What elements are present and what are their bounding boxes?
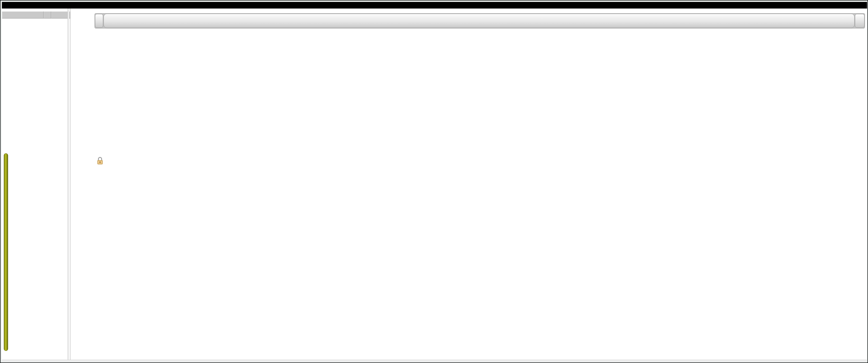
window-titlebar[interactable] bbox=[2, 2, 867, 8]
plot-area bbox=[71, 8, 867, 360]
bottom-waveform-canvas[interactable] bbox=[86, 154, 857, 352]
overview-thumb[interactable] bbox=[103, 14, 855, 28]
panel-left-scrollbar[interactable] bbox=[4, 153, 8, 351]
panel-right-scrollbar[interactable] bbox=[67, 8, 69, 360]
axis-lock-icon[interactable] bbox=[97, 157, 103, 165]
overview-scrollbar[interactable] bbox=[95, 13, 865, 28]
overview-canvas bbox=[109, 15, 853, 27]
scroll-right-button[interactable] bbox=[855, 14, 864, 28]
scroll-left-button[interactable] bbox=[95, 14, 103, 28]
window-bottom-bevel bbox=[2, 360, 867, 362]
top-waveform-canvas[interactable] bbox=[86, 28, 857, 150]
transient-response-window bbox=[0, 0, 868, 363]
signal-panel bbox=[2, 8, 70, 360]
column-header-name[interactable] bbox=[2, 11, 43, 19]
column-header-vis[interactable] bbox=[43, 11, 51, 19]
